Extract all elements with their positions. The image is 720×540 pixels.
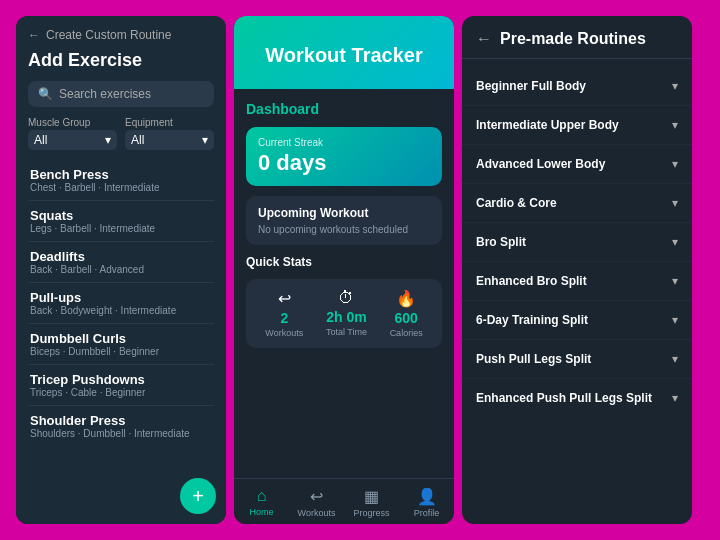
chevron-down-icon: ▾: [672, 157, 678, 171]
chevron-down-icon: ▾: [672, 118, 678, 132]
exercise-name: Pull-ups: [30, 290, 212, 305]
routine-item[interactable]: Enhanced Push Pull Legs Split ▾: [462, 379, 692, 417]
nav-item-progress[interactable]: ▦ Progress: [344, 479, 399, 524]
streak-value: 0 days: [258, 150, 430, 176]
exercise-item[interactable]: Squats Legs · Barbell · Intermediate: [28, 201, 214, 242]
muscle-group-filter[interactable]: Muscle Group All ▾: [28, 117, 117, 150]
exercise-meta: Shoulders · Dumbbell · Intermediate: [30, 428, 212, 439]
routine-item[interactable]: 6-Day Training Split ▾: [462, 301, 692, 340]
muscle-group-select[interactable]: All ▾: [28, 130, 117, 150]
exercise-meta: Legs · Barbell · Intermediate: [30, 223, 212, 234]
exercise-meta: Biceps · Dumbbell · Beginner: [30, 346, 212, 357]
routine-name: Push Pull Legs Split: [476, 352, 591, 366]
upcoming-card: Upcoming Workout No upcoming workouts sc…: [246, 196, 442, 245]
dropdown-icon: ▾: [202, 133, 208, 147]
exercise-item[interactable]: Bench Press Chest · Barbell · Intermedia…: [28, 160, 214, 201]
chevron-down-icon: ▾: [672, 79, 678, 93]
app-title: Workout Tracker: [250, 44, 438, 67]
routine-name: Bro Split: [476, 235, 526, 249]
routine-name: Cardio & Core: [476, 196, 557, 210]
exercise-meta: Triceps · Cable · Beginner: [30, 387, 212, 398]
back-arrow-icon[interactable]: ←: [28, 28, 40, 42]
equipment-select[interactable]: All ▾: [125, 130, 214, 150]
routine-item[interactable]: Push Pull Legs Split ▾: [462, 340, 692, 379]
nav-label: Home: [249, 507, 273, 517]
stat-label: Total Time: [326, 327, 367, 337]
exercise-item[interactable]: Deadlifts Back · Barbell · Advanced: [28, 242, 214, 283]
exercise-item[interactable]: Pull-ups Back · Bodyweight · Intermediat…: [28, 283, 214, 324]
back-header: ← Create Custom Routine: [28, 28, 214, 42]
nav-icon: ⌂: [257, 487, 267, 505]
nav-label: Workouts: [298, 508, 336, 518]
filter-row: Muscle Group All ▾ Equipment All ▾: [28, 117, 214, 150]
routine-item[interactable]: Advanced Lower Body ▾: [462, 145, 692, 184]
routine-item[interactable]: Cardio & Core ▾: [462, 184, 692, 223]
muscle-group-label: Muscle Group: [28, 117, 117, 128]
upcoming-text: No upcoming workouts scheduled: [258, 224, 430, 235]
exercise-meta: Back · Barbell · Advanced: [30, 264, 212, 275]
nav-item-workouts[interactable]: ↩ Workouts: [289, 479, 344, 524]
right-title: Pre-made Routines: [500, 30, 646, 48]
routine-name: Enhanced Bro Split: [476, 274, 587, 288]
nav-icon: ▦: [364, 487, 379, 506]
chevron-down-icon: ▾: [672, 391, 678, 405]
equipment-filter[interactable]: Equipment All ▾: [125, 117, 214, 150]
chevron-down-icon: ▾: [672, 196, 678, 210]
routines-list: Beginner Full Body ▾ Intermediate Upper …: [462, 59, 692, 524]
stat-icon: ↩: [278, 289, 291, 308]
search-placeholder: Search exercises: [59, 87, 151, 101]
chevron-down-icon: ▾: [672, 274, 678, 288]
stat-label: Workouts: [265, 328, 303, 338]
stat-item: ⏱ 2h 0m Total Time: [326, 289, 367, 338]
exercise-name: Squats: [30, 208, 212, 223]
dropdown-icon: ▾: [105, 133, 111, 147]
exercise-name: Dumbbell Curls: [30, 331, 212, 346]
exercise-item[interactable]: Shoulder Press Shoulders · Dumbbell · In…: [28, 406, 214, 446]
routine-item[interactable]: Enhanced Bro Split ▾: [462, 262, 692, 301]
upcoming-title: Upcoming Workout: [258, 206, 430, 220]
add-fab-button[interactable]: +: [180, 478, 216, 514]
nav-label: Progress: [353, 508, 389, 518]
nav-item-profile[interactable]: 👤 Profile: [399, 479, 454, 524]
exercise-name: Tricep Pushdowns: [30, 372, 212, 387]
chevron-down-icon: ▾: [672, 235, 678, 249]
routine-item[interactable]: Bro Split ▾: [462, 223, 692, 262]
nav-icon: ↩: [310, 487, 323, 506]
chevron-down-icon: ▾: [672, 313, 678, 327]
quick-stats-title: Quick Stats: [246, 255, 442, 269]
chevron-down-icon: ▾: [672, 352, 678, 366]
streak-card: Current Streak 0 days: [246, 127, 442, 186]
stat-item: 🔥 600 Calories: [390, 289, 423, 338]
stat-icon: 🔥: [396, 289, 416, 308]
nav-icon: 👤: [417, 487, 437, 506]
back-arrow-icon[interactable]: ←: [476, 30, 492, 48]
nav-label: Profile: [414, 508, 440, 518]
exercise-meta: Chest · Barbell · Intermediate: [30, 182, 212, 193]
add-exercise-title: Add Exercise: [28, 50, 214, 71]
routine-name: Advanced Lower Body: [476, 157, 605, 171]
routine-name: Intermediate Upper Body: [476, 118, 619, 132]
stat-icon: ⏱: [338, 289, 354, 307]
exercise-name: Shoulder Press: [30, 413, 212, 428]
stat-item: ↩ 2 Workouts: [265, 289, 303, 338]
search-icon: 🔍: [38, 87, 53, 101]
routine-item[interactable]: Intermediate Upper Body ▾: [462, 106, 692, 145]
stat-value: 600: [394, 310, 417, 326]
equipment-label: Equipment: [125, 117, 214, 128]
nav-item-home[interactable]: ⌂ Home: [234, 479, 289, 524]
exercise-meta: Back · Bodyweight · Intermediate: [30, 305, 212, 316]
app-header: Workout Tracker: [234, 16, 454, 89]
search-box[interactable]: 🔍 Search exercises: [28, 81, 214, 107]
routine-name: Enhanced Push Pull Legs Split: [476, 391, 652, 405]
exercise-list: Bench Press Chest · Barbell · Intermedia…: [28, 160, 214, 512]
back-label: Create Custom Routine: [46, 28, 171, 42]
exercise-item[interactable]: Tricep Pushdowns Triceps · Cable · Begin…: [28, 365, 214, 406]
streak-label: Current Streak: [258, 137, 430, 148]
exercise-item[interactable]: Dumbbell Curls Biceps · Dumbbell · Begin…: [28, 324, 214, 365]
right-header: ← Pre-made Routines: [462, 16, 692, 59]
stat-label: Calories: [390, 328, 423, 338]
routine-name: 6-Day Training Split: [476, 313, 588, 327]
routine-item[interactable]: Beginner Full Body ▾: [462, 67, 692, 106]
stats-card: ↩ 2 Workouts ⏱ 2h 0m Total Time 🔥 600 Ca…: [246, 279, 442, 348]
exercise-name: Deadlifts: [30, 249, 212, 264]
